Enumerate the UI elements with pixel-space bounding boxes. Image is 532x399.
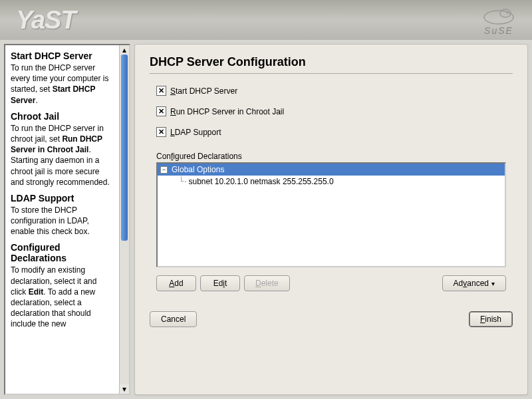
svg-point-0 — [484, 11, 513, 24]
help-scrollbar[interactable]: ▴ ▾ — [119, 45, 129, 394]
main-panel: DHCP Server Configuration ✕ Start DHCP S… — [134, 44, 528, 395]
scroll-thumb[interactable] — [121, 55, 128, 241]
chevron-down-icon: ▾ — [491, 280, 495, 287]
help-text: To run the DHCP server every time your c… — [11, 63, 114, 106]
declarations-label: Configured Declarations — [156, 152, 513, 161]
finish-button[interactable]: Finish — [469, 311, 513, 327]
declarations-tree[interactable]: −Global Options└·subnet 10.20.1.0 netmas… — [156, 162, 506, 267]
scroll-down-arrow[interactable]: ▾ — [120, 384, 129, 394]
tree-branch-icon: └· — [179, 177, 187, 186]
chroot-checkbox[interactable]: ✕ Run DHCP Server in Chroot Jail — [156, 106, 513, 116]
advanced-button[interactable]: Advanced▾ — [442, 275, 506, 291]
checkbox-label: Start DHCP Server — [170, 86, 237, 96]
tree-label: subnet 10.20.1.0 netmask 255.255.255.0 — [188, 177, 333, 186]
checkbox-label: Run DHCP Server in Chroot Jail — [170, 107, 284, 116]
tree-row[interactable]: └·subnet 10.20.1.0 netmask 255.255.255.0 — [158, 176, 505, 188]
help-text: To run the DHCP server in chroot jail, s… — [11, 123, 114, 188]
app-header: YaST SuSE — [0, 0, 532, 40]
help-panel: Start DHCP ServerTo run the DHCP server … — [4, 44, 130, 395]
ldap-checkbox[interactable]: ✕ LDAP Support — [156, 127, 513, 137]
edit-button[interactable]: Edit — [200, 275, 240, 291]
tree-collapse-icon[interactable]: − — [160, 166, 168, 174]
tree-label: Global Options — [172, 165, 224, 174]
add-button[interactable]: Add — [156, 275, 196, 291]
svg-point-1 — [500, 9, 511, 17]
help-text: To store the DHCP configuration in LDAP,… — [11, 205, 114, 237]
checkbox-icon: ✕ — [156, 106, 166, 116]
scroll-up-arrow[interactable]: ▴ — [120, 45, 129, 55]
yast-logo: YaST — [16, 6, 76, 35]
help-heading: LDAP Support — [11, 193, 114, 203]
help-content: Start DHCP ServerTo run the DHCP server … — [11, 51, 114, 330]
help-text: To modify an existing declaration, selec… — [11, 265, 114, 329]
checkbox-label: LDAP Support — [170, 128, 221, 137]
help-heading: Configured Declarations — [11, 242, 114, 263]
delete-button: Delete — [244, 275, 290, 291]
checkbox-icon: ✕ — [156, 127, 166, 137]
help-heading: Start DHCP Server — [11, 51, 114, 61]
page-title: DHCP Server Configuration — [150, 55, 513, 69]
checkbox-icon: ✕ — [156, 86, 166, 96]
svg-point-2 — [507, 12, 509, 14]
tree-row[interactable]: −Global Options — [158, 164, 505, 176]
title-divider — [150, 73, 513, 74]
suse-logo: SuSE — [479, 5, 519, 36]
start-dhcp-checkbox[interactable]: ✕ Start DHCP Server — [156, 86, 513, 96]
help-heading: Chroot Jail — [11, 111, 114, 122]
cancel-button[interactable]: Cancel — [150, 311, 197, 327]
